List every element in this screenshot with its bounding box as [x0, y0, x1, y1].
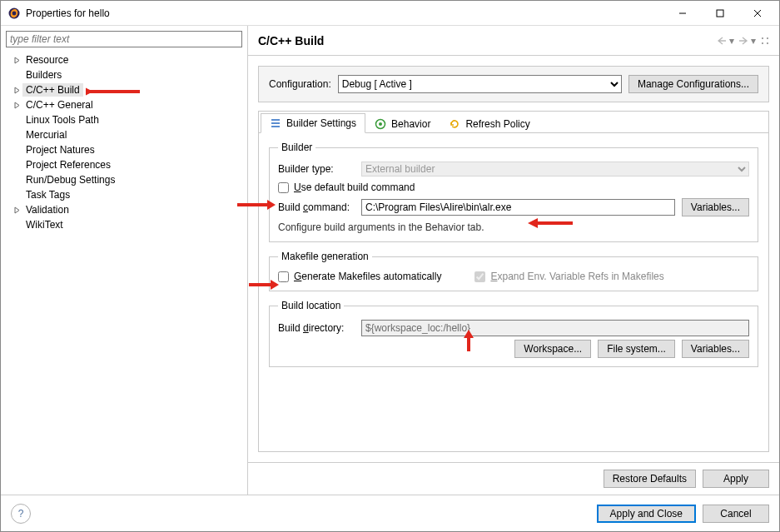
property-tree: ResourceBuildersC/C++ BuildC/C++ General… [6, 52, 242, 232]
builder-type-label: Builder type: [278, 163, 355, 175]
page-title: C/C++ Build [258, 34, 718, 47]
expand-icon[interactable] [11, 99, 22, 111]
tree-item-mercurial[interactable]: Mercurial [6, 127, 242, 142]
tree-item-wikitext[interactable]: WikiText [6, 217, 242, 232]
tree-item-builders[interactable]: Builders [6, 67, 242, 82]
expand-icon[interactable] [11, 54, 22, 66]
use-default-build-command-label[interactable]: Use default build command [294, 181, 415, 193]
svg-point-7 [762, 37, 763, 39]
makefile-group: Makefile generation Generate Makefiles a… [269, 251, 758, 291]
build-dir-filesystem-button[interactable]: File system... [598, 340, 675, 358]
build-command-variables-button[interactable]: Variables... [682, 198, 749, 216]
back-icon[interactable]: ▾ [718, 35, 734, 47]
svg-rect-4 [717, 10, 723, 17]
tree-item-label: C/C++ General [22, 98, 97, 112]
generate-makefiles-label[interactable]: Generate Makefiles automatically [294, 271, 441, 282]
minimize-button[interactable] [663, 1, 701, 25]
expand-icon [11, 69, 22, 81]
expand-icon [11, 189, 22, 201]
window-title: Properties for hello [26, 7, 663, 19]
tree-item-linux-tools-path[interactable]: Linux Tools Path [6, 112, 242, 127]
svg-point-10 [767, 42, 768, 44]
expand-icon [11, 219, 22, 231]
build-dir-variables-button[interactable]: Variables... [682, 340, 749, 358]
expand-icon[interactable] [11, 84, 22, 96]
configuration-label: Configuration: [269, 78, 331, 90]
use-default-build-command-checkbox[interactable] [278, 182, 289, 193]
help-button[interactable]: ? [11, 504, 31, 524]
tree-item-project-natures[interactable]: Project Natures [6, 142, 242, 157]
expand-icon [11, 144, 22, 156]
apply-and-close-button[interactable]: Apply and Close [597, 505, 696, 523]
configuration-row: Configuration: Debug [ Active ] Manage C… [258, 66, 769, 102]
tree-item-label: Validation [22, 203, 72, 216]
tree-item-resource[interactable]: Resource [6, 52, 242, 67]
cancel-button[interactable]: Cancel [703, 505, 769, 523]
svg-point-9 [762, 42, 763, 44]
menu-icon[interactable] [761, 35, 769, 47]
tab-builder-settings[interactable]: Builder Settings [261, 113, 365, 133]
svg-rect-12 [271, 122, 280, 124]
tree-item-c-c-build[interactable]: C/C++ Build [6, 82, 242, 97]
target-icon [375, 118, 386, 130]
svg-rect-11 [271, 119, 280, 121]
tree-item-label: Resource [22, 53, 72, 67]
manage-configurations-button[interactable]: Manage Configurations... [628, 75, 758, 93]
restore-defaults-button[interactable]: Restore Defaults [604, 470, 696, 488]
build-dir-workspace-button[interactable]: Workspace... [514, 340, 591, 358]
svg-point-2 [12, 11, 17, 15]
expand-icon [11, 114, 22, 126]
generate-makefiles-checkbox[interactable] [278, 271, 289, 282]
tree-item-label: Run/Debug Settings [22, 173, 118, 186]
build-command-input[interactable] [361, 199, 675, 216]
apply-button[interactable]: Apply [703, 470, 769, 488]
build-directory-input[interactable] [361, 320, 749, 336]
svg-point-15 [379, 122, 382, 126]
build-command-label: Build command: [278, 201, 355, 213]
tree-item-project-references[interactable]: Project References [6, 157, 242, 172]
makefile-legend: Makefile generation [278, 251, 372, 262]
tree-item-label: Linux Tools Path [22, 113, 102, 127]
tree-item-label: Builders [22, 68, 65, 82]
tree-item-label: Project Natures [22, 143, 98, 157]
titlebar: Properties for hello [1, 1, 779, 26]
build-directory-label: Build directory: [278, 322, 355, 334]
tab-refresh-policy[interactable]: Refresh Policy [440, 113, 539, 133]
navigation-pane: ResourceBuildersC/C++ BuildC/C++ General… [1, 26, 247, 495]
tabstrip: Builder Settings Behavior Refresh Policy [259, 112, 768, 133]
refresh-icon [449, 118, 460, 130]
expand-icon [11, 129, 22, 141]
page-header: C/C++ Build ▾ ▾ [248, 26, 779, 56]
tab-container: Builder Settings Behavior Refresh Policy [258, 111, 769, 452]
window-buttons [663, 1, 776, 25]
build-location-legend: Build location [278, 300, 344, 311]
eclipse-icon [7, 7, 21, 20]
builder-legend: Builder [278, 142, 315, 153]
tree-item-validation[interactable]: Validation [6, 202, 242, 217]
expand-icon[interactable] [11, 204, 22, 216]
tree-item-run-debug-settings[interactable]: Run/Debug Settings [6, 172, 242, 187]
behavior-note: Configure build arguments in the Behavio… [278, 221, 484, 233]
tree-item-task-tags[interactable]: Task Tags [6, 187, 242, 202]
tab-body: Builder Builder type: External builder [259, 133, 768, 451]
page-nav-icons: ▾ ▾ [718, 35, 769, 47]
tab-behavior[interactable]: Behavior [365, 113, 440, 133]
expand-icon [11, 159, 22, 171]
close-button[interactable] [738, 1, 776, 25]
properties-dialog: Properties for hello ResourceBuildersC/C… [0, 0, 780, 532]
tree-item-label: Task Tags [22, 188, 73, 201]
svg-point-8 [767, 37, 768, 39]
tree-item-c-c-general[interactable]: C/C++ General [6, 97, 242, 112]
builder-type-select: External builder [361, 162, 749, 177]
expand-env-refs-checkbox [474, 271, 485, 282]
configuration-select[interactable]: Debug [ Active ] [338, 75, 622, 93]
page-button-bar: Restore Defaults Apply [248, 462, 779, 495]
maximize-button[interactable] [701, 1, 738, 25]
svg-rect-13 [271, 126, 280, 127]
forward-icon[interactable]: ▾ [739, 35, 756, 47]
expand-icon [11, 174, 22, 186]
tree-item-label: Mercurial [22, 128, 70, 142]
filter-input[interactable] [6, 31, 242, 47]
expand-env-refs-label: Expand Env. Variable Refs in Makefiles [490, 271, 663, 282]
dialog-footer: ? Apply and Close Cancel [1, 495, 779, 531]
